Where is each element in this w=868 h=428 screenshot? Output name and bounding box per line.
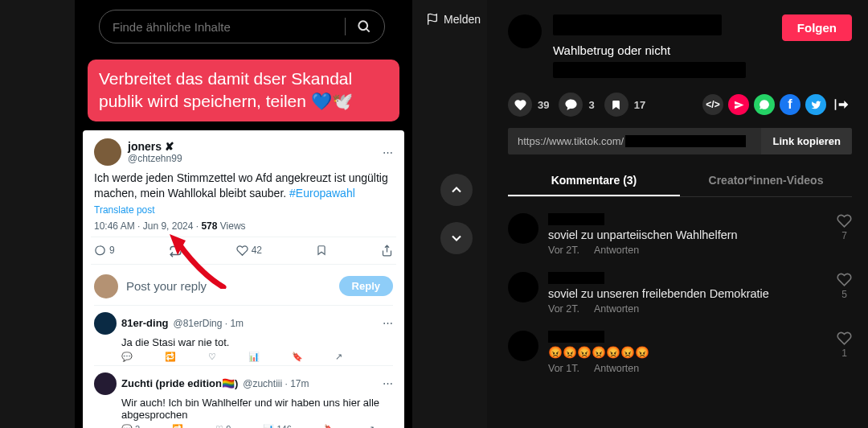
info-pane: Wahlbetrug oder nicht Folgen 39 3 17 </>…: [487, 0, 868, 428]
reply-body: Ja die Stasi war nie tot.: [121, 336, 393, 348]
save-stat[interactable]: 17: [604, 93, 645, 117]
comment-reply-button[interactable]: Antworten: [594, 363, 639, 374]
video-column: Verbreitet das damit dser Skandal publik…: [75, 0, 412, 428]
reply-count[interactable]: 9: [94, 245, 115, 257]
post-caption: Wahlbetrug oder nicht: [553, 43, 771, 57]
tweet-meta: 10:46 AM · Jun 9, 2024 · 578 Views: [94, 220, 393, 232]
commenter-name-redacted: [548, 272, 604, 284]
banner-line1: Verbreitet das damit dser Skandal: [99, 69, 352, 88]
comment-like[interactable]: 7: [837, 213, 852, 256]
reply-avatar: [94, 312, 117, 335]
post-meta-redacted: [553, 62, 746, 78]
like-stat[interactable]: 39: [508, 93, 549, 117]
search-input[interactable]: [113, 20, 342, 34]
commenter-avatar[interactable]: [508, 213, 538, 244]
search-divider: [345, 18, 346, 35]
comment-time: Vor 2T.: [548, 303, 579, 315]
twitter-icon[interactable]: [805, 94, 826, 115]
embed-icon[interactable]: </>: [702, 94, 723, 115]
svg-point-0: [358, 21, 367, 30]
follow-button[interactable]: Folgen: [782, 14, 852, 41]
commenter-avatar[interactable]: [508, 272, 538, 302]
comment-reply-button[interactable]: Antworten: [594, 303, 639, 315]
bookmark-icon: [610, 99, 622, 111]
chevron-down-icon: [448, 230, 465, 246]
comment-item: soviel zu unseren freilebenden Demokrati…: [508, 264, 852, 323]
creator-name-redacted: [553, 14, 722, 35]
comment-icon: [564, 98, 578, 112]
tweet-more-icon[interactable]: ⋯: [383, 146, 393, 158]
flag-icon: [426, 13, 439, 26]
prev-video-button[interactable]: [440, 174, 473, 206]
reply-more-icon[interactable]: ⋯: [383, 377, 393, 389]
reply-author: 81er-ding: [121, 317, 169, 329]
svg-line-1: [366, 29, 370, 32]
url-redacted: [625, 135, 746, 147]
url-row: https://www.tiktok.com/ Link kopieren: [508, 128, 852, 154]
tweet-hashtag[interactable]: #Europawahl: [289, 187, 355, 200]
share-more-icon[interactable]: [831, 94, 852, 115]
comment-stat[interactable]: 3: [559, 93, 594, 117]
reply-avatar: [94, 372, 117, 395]
search-icon: [356, 19, 372, 35]
heart-outline-icon: [837, 213, 852, 228]
tweet-reply: 81er-ding @81erDing · 1m ⋯ Ja die Stasi …: [94, 306, 393, 366]
share-friends-icon[interactable]: [728, 94, 749, 115]
reply-actions: 💬 2🔁 ♡ 9📊 146 🔖↗: [121, 424, 393, 428]
facebook-icon[interactable]: f: [780, 94, 800, 115]
profile-row: Wahlbetrug oder nicht Folgen: [508, 14, 852, 78]
comment-text: soviel zu unseren freilebenden Demokrati…: [548, 287, 827, 300]
reply-author: Zuchti (pride edition🏳️‍🌈): [121, 377, 238, 389]
whatsapp-icon[interactable]: [754, 94, 775, 115]
reply-composer[interactable]: Post your reply Reply: [94, 268, 393, 306]
reply-placeholder[interactable]: Post your reply: [126, 279, 331, 293]
next-video-button[interactable]: [440, 222, 473, 254]
heart-icon: [514, 98, 527, 112]
engagement-row: 39 3 17 </> f: [508, 93, 852, 117]
creator-avatar[interactable]: [508, 14, 542, 48]
search-bar[interactable]: [99, 10, 385, 43]
embedded-tweet: joners ✘ @chtzehn99 ⋯ Ich werde jeden St…: [83, 130, 404, 428]
tweet-avatar: [94, 138, 121, 166]
reply-more-icon[interactable]: ⋯: [383, 317, 393, 329]
heart-outline-icon: [837, 272, 852, 287]
tweet-reply: Zuchti (pride edition🏳️‍🌈) @zuchtiii · 1…: [94, 366, 393, 428]
url-box[interactable]: https://www.tiktok.com/: [508, 128, 761, 154]
search-button[interactable]: [349, 14, 379, 39]
comment-reply-button[interactable]: Antworten: [594, 245, 639, 256]
comment-item: 😡😡😡😡😡😡😡 Vor 1T. Antworten 1: [508, 323, 852, 382]
translate-link[interactable]: Translate post: [94, 204, 393, 216]
reply-button[interactable]: Reply: [339, 276, 393, 296]
video-nav: [440, 174, 473, 254]
chevron-up-icon: [448, 182, 465, 198]
video-pane: Verbreitet das damit dser Skandal publik…: [0, 0, 487, 428]
comment-item: soviel zu unparteiischen Wahlhelfern Vor…: [508, 205, 852, 264]
banner-line2: publik wird speichern, teilen 💙🕊️: [99, 92, 353, 110]
comment-text: soviel zu unparteiischen Wahlhelfern: [548, 228, 827, 241]
copy-link-button[interactable]: Link kopieren: [761, 128, 852, 154]
commenter-avatar[interactable]: [508, 331, 538, 361]
retweet-icon[interactable]: [169, 244, 182, 257]
report-button[interactable]: Melden: [426, 13, 481, 26]
comment-time: Vor 2T.: [548, 245, 579, 256]
tweet-actions: 9 42: [91, 237, 396, 265]
commenter-name-redacted: [548, 331, 604, 343]
reply-handle: @81erDing · 1m: [174, 318, 244, 329]
tweet-author: joners ✘: [128, 140, 182, 153]
comment-like[interactable]: 1: [837, 331, 852, 374]
comments-list: soviel zu unparteiischen Wahlhelfern Vor…: [508, 205, 852, 382]
like-count[interactable]: 42: [236, 245, 262, 257]
tab-creator-videos[interactable]: Creator*innen-Videos: [680, 166, 852, 196]
comment-like[interactable]: 5: [837, 272, 852, 315]
share-icon[interactable]: [381, 245, 393, 257]
my-avatar: [94, 274, 118, 298]
share-icons: </> f: [702, 94, 852, 115]
heart-outline-icon: [837, 331, 852, 346]
bookmark-icon[interactable]: [316, 245, 327, 256]
reply-body: Wir auch! Ich bin Wahlhelfer und wir hab…: [121, 397, 393, 421]
reply-actions: 💬 🔁 ♡ 📊 🔖↗: [121, 352, 393, 362]
tweet-body: Ich werde jeden Stimmzettel wo Afd angek…: [94, 171, 393, 201]
tab-comments[interactable]: Kommentare (3): [508, 166, 680, 196]
comment-text: 😡😡😡😡😡😡😡: [548, 346, 827, 360]
comment-time: Vor 1T.: [548, 363, 579, 374]
